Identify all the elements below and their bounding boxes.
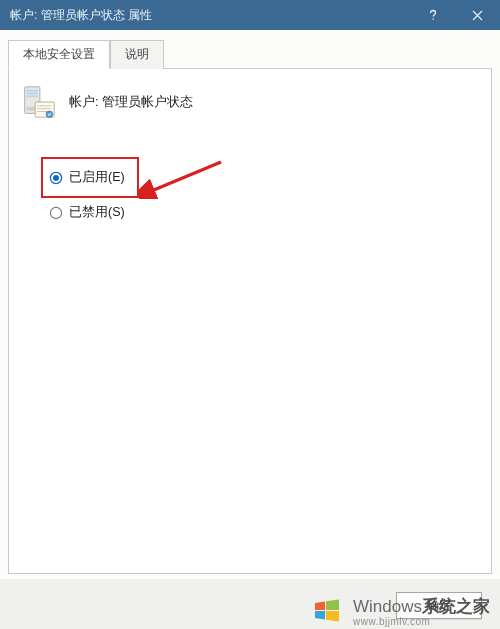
close-button[interactable] — [455, 0, 500, 30]
dialog-body: 本地安全设置 说明 帐户: 管理员帐户状态 — [0, 30, 500, 579]
radio-enabled-label: 已启用(E) — [69, 169, 125, 186]
radio-disabled-label: 已禁用(S) — [69, 204, 125, 221]
window-title: 帐户: 管理员帐户状态 属性 — [10, 7, 410, 24]
svg-point-13 — [50, 207, 61, 218]
radio-icon-unselected — [49, 206, 63, 220]
close-icon — [472, 10, 483, 21]
dialog-buttons: 确定 — [396, 592, 482, 619]
arrow-annotation — [139, 159, 229, 199]
window-controls — [410, 0, 500, 30]
radio-icon-selected — [49, 171, 63, 185]
help-icon — [427, 9, 439, 21]
svg-point-10 — [46, 111, 53, 118]
svg-point-12 — [53, 175, 59, 181]
tab-panel: 帐户: 管理员帐户状态 已启用(E) — [8, 69, 492, 574]
policy-header: 帐户: 管理员帐户状态 — [19, 83, 481, 121]
svg-rect-3 — [27, 93, 38, 95]
help-button[interactable] — [410, 0, 455, 30]
server-icon — [19, 83, 57, 121]
highlight-annotation: 已启用(E) — [41, 157, 139, 198]
svg-rect-2 — [27, 90, 38, 92]
tab-strip: 本地安全设置 说明 — [8, 39, 492, 69]
radio-enabled[interactable]: 已启用(E) — [49, 166, 125, 189]
radio-group: 已启用(E) 已禁用(S) — [41, 157, 481, 224]
tab-local-security[interactable]: 本地安全设置 — [8, 40, 110, 69]
title-bar: 帐户: 管理员帐户状态 属性 — [0, 0, 500, 30]
svg-point-0 — [432, 18, 434, 20]
policy-title: 帐户: 管理员帐户状态 — [69, 94, 193, 111]
svg-line-15 — [149, 162, 221, 192]
svg-rect-4 — [27, 95, 38, 97]
radio-disabled[interactable]: 已禁用(S) — [41, 201, 481, 224]
tab-explain[interactable]: 说明 — [110, 40, 164, 69]
windows-logo-icon — [313, 595, 347, 629]
ok-button[interactable]: 确定 — [396, 592, 482, 619]
